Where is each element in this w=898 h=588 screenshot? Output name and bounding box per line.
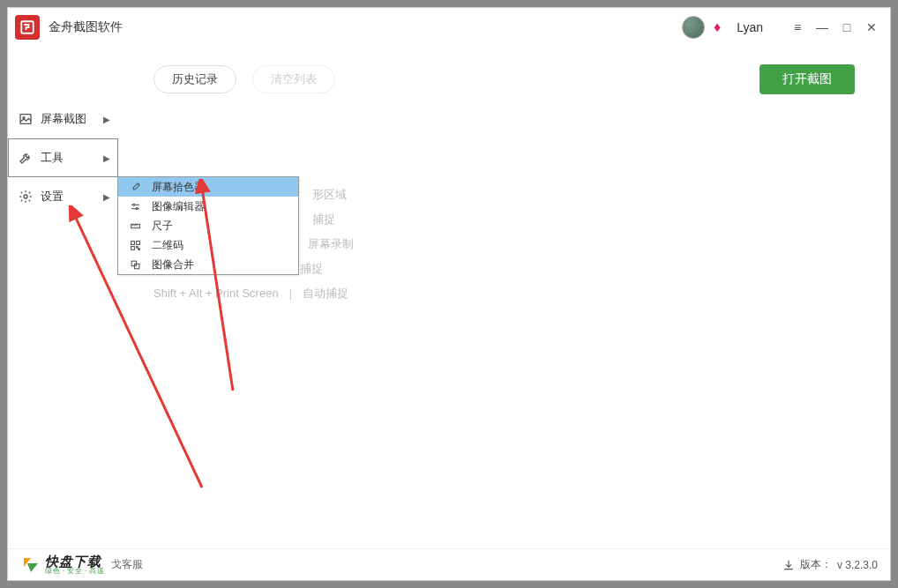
download-icon[interactable] — [782, 559, 795, 571]
version-value: v 3.2.3.0 — [837, 559, 878, 571]
gear-icon — [18, 189, 34, 205]
svg-rect-14 — [131, 246, 134, 249]
sidebar-item-settings[interactable]: 设置 ▶ — [8, 177, 118, 216]
app-window: 金舟截图软件 ♦ Lyan ≡ — □ ✕ 屏幕截图 ▶ — [7, 7, 891, 581]
titlebar: 金舟截图软件 ♦ Lyan ≡ — □ ✕ — [8, 8, 890, 47]
wrench-icon — [18, 150, 34, 166]
svg-point-6 — [132, 204, 134, 205]
history-button[interactable]: 历史记录 — [153, 65, 236, 93]
clear-list-button[interactable]: 清空列表 — [252, 65, 335, 93]
main-area: 历史记录 清空列表 打开截图 形区域 捕捉 Ctrl + Shift + Pri… — [118, 47, 890, 548]
sidebar-label: 设置 — [41, 189, 64, 205]
menu-button[interactable]: ≡ — [786, 16, 809, 39]
sidebar-label: 屏幕截图 — [41, 111, 86, 127]
avatar[interactable] — [682, 16, 705, 39]
brand-mark-icon — [20, 555, 41, 576]
submenu-label: 屏幕拾色器 — [152, 180, 205, 195]
chevron-right-icon: ▶ — [103, 115, 110, 124]
sidebar: 屏幕截图 ▶ 工具 ▶ 设置 ▶ — [8, 47, 118, 548]
support-link[interactable]: 戈客服 — [111, 557, 143, 572]
svg-rect-16 — [138, 248, 139, 249]
sidebar-item-screenshot[interactable]: 屏幕截图 ▶ — [8, 100, 118, 138]
submenu-image-merge[interactable]: 图像合并 — [118, 255, 298, 274]
open-capture-button[interactable]: 打开截图 — [760, 64, 855, 94]
merge-icon — [127, 259, 143, 271]
eyedropper-icon — [127, 182, 143, 193]
submenu-color-picker[interactable]: 屏幕拾色器 — [118, 177, 298, 197]
close-button[interactable]: ✕ — [860, 16, 883, 39]
minimize-button[interactable]: — — [811, 16, 834, 39]
submenu-image-editor[interactable]: 图像编辑器 — [118, 197, 298, 216]
tools-submenu: 屏幕拾色器 图像编辑器 尺子 二维码 — [117, 176, 299, 275]
app-title: 金舟截图软件 — [49, 19, 682, 35]
submenu-qrcode[interactable]: 二维码 — [118, 235, 298, 255]
svg-rect-12 — [131, 241, 134, 244]
diamond-icon[interactable]: ♦ — [714, 19, 721, 35]
ruler-icon — [127, 220, 143, 232]
chevron-right-icon: ▶ — [103, 153, 110, 163]
maximize-button[interactable]: □ — [835, 16, 858, 39]
status-right: 版本： v 3.2.3.0 — [782, 557, 878, 572]
qr-icon — [127, 240, 143, 251]
sliders-icon — [127, 201, 143, 212]
body: 屏幕截图 ▶ 工具 ▶ 设置 ▶ — [8, 47, 890, 548]
submenu-label: 图像编辑器 — [152, 199, 205, 214]
brand-logo: 快盘下载 绿色 · 安全 · 高速 — [20, 555, 104, 576]
brand-tagline: 绿色 · 安全 · 高速 — [45, 568, 104, 575]
app-logo — [15, 15, 40, 40]
sidebar-label: 工具 — [41, 150, 64, 166]
svg-rect-15 — [136, 246, 138, 248]
titlebar-right: ♦ Lyan ≡ — □ ✕ — [682, 16, 883, 39]
image-icon — [18, 111, 34, 127]
submenu-label: 二维码 — [152, 238, 183, 253]
version-label: 版本： — [800, 557, 832, 572]
submenu-ruler[interactable]: 尺子 — [118, 216, 298, 235]
brand-name: 快盘下载 — [45, 555, 104, 568]
submenu-label: 图像合并 — [152, 257, 194, 272]
svg-point-3 — [24, 195, 27, 198]
username: Lyan — [737, 20, 763, 34]
svg-point-7 — [136, 207, 138, 209]
shortcut-row: Shift + Alt + Print Screen | 自动捕捉 — [153, 281, 855, 306]
submenu-label: 尺子 — [152, 219, 173, 234]
top-row: 历史记录 清空列表 打开截图 — [153, 64, 855, 94]
chevron-right-icon: ▶ — [103, 192, 110, 202]
sidebar-item-tools[interactable]: 工具 ▶ — [8, 138, 118, 177]
statusbar: 快盘下载 绿色 · 安全 · 高速 戈客服 版本： v 3.2.3.0 — [8, 548, 890, 580]
tab-group: 历史记录 清空列表 — [153, 65, 335, 93]
svg-rect-13 — [136, 241, 139, 244]
window-controls: ≡ — □ ✕ — [786, 16, 883, 39]
status-left: 快盘下载 绿色 · 安全 · 高速 戈客服 — [20, 555, 143, 576]
